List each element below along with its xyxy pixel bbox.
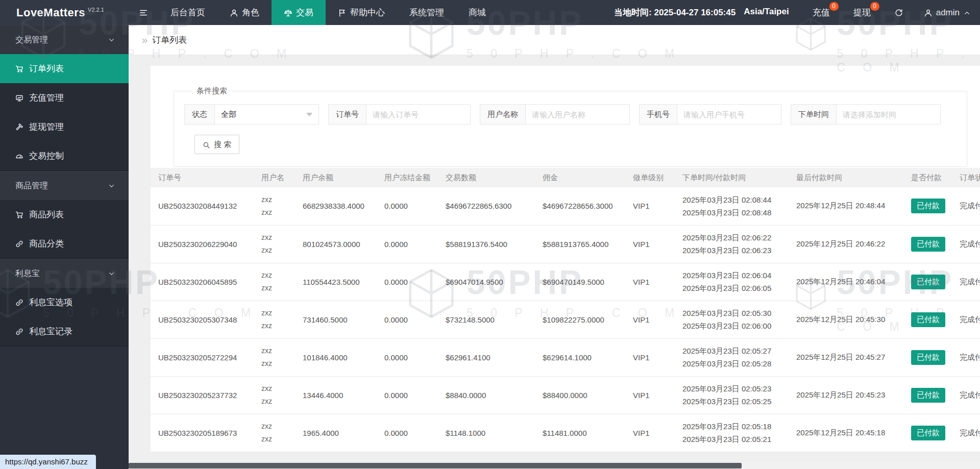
sidebar-item-label: 利息宝记录 (29, 326, 72, 337)
search-icon (203, 140, 210, 149)
sidebar-item-订单列表[interactable]: 订单列表 (0, 54, 129, 83)
column-header: 订单状态 (952, 168, 980, 187)
sidebar-group-label: 交易管理 (15, 35, 108, 45)
sidebar-group-items: 订单列表充值管理提现管理交易控制 (0, 54, 129, 171)
nav-item-商城[interactable]: 商城 (456, 0, 498, 25)
trade-amount-cell: $62961.4100 (438, 338, 535, 376)
last-pay-time-cell: 2025年12月25日 20:45:27 (789, 338, 903, 376)
username-cell: zxzzxz (254, 376, 295, 414)
sidebar-group-利息宝[interactable]: 利息宝 (0, 259, 129, 288)
trade-amount-cell: $8840.0000 (438, 376, 535, 414)
search-panel-legend: 条件搜索 (191, 86, 232, 96)
trade-amount-cell: $4696722865.6300 (438, 187, 535, 225)
scales-icon (284, 8, 292, 18)
nav-item-系统管理[interactable]: 系统管理 (397, 0, 456, 25)
person-icon (230, 8, 238, 18)
nav-item-label: 商城 (469, 7, 486, 18)
username-field-label: 用户名称 (480, 104, 525, 125)
sidebar-collapse-button[interactable] (129, 0, 158, 25)
app-title: LoveMatters (16, 6, 85, 19)
recharge-count-badge: 0 (829, 2, 839, 11)
sidebar-item-交易控制[interactable]: 交易控制 (0, 141, 129, 170)
search-button[interactable]: 搜 索 (194, 135, 239, 154)
app-version: V2.2.1 (88, 7, 104, 13)
order-status-cell: 完成付款 (952, 301, 980, 338)
sidebar-group-交易管理[interactable]: 交易管理 (0, 25, 129, 54)
nav-item-角色[interactable]: 角色 (217, 0, 272, 25)
phone-input[interactable] (677, 104, 781, 125)
order-pay-time-cell: 2025年03月23日 02:05:182025年03月23日 02:05:21 (675, 414, 789, 452)
level-cell: VIP1 (625, 225, 675, 263)
paid-badge: 已付款 (911, 275, 945, 289)
link-icon (15, 327, 23, 337)
sidebar-item-利息宝记录[interactable]: 利息宝记录 (0, 317, 129, 346)
balance-cell: 110554423.5000 (295, 263, 377, 301)
last-pay-time-cell: 2025年12月25日 20:45:23 (789, 376, 903, 414)
sidebar-item-label: 商品分类 (29, 238, 64, 250)
sidebar-item-利息宝选项[interactable]: 利息宝选项 (0, 288, 129, 317)
last-pay-time-cell: 2025年12月25日 20:45:18 (789, 414, 903, 452)
order-no-input[interactable] (366, 104, 471, 125)
column-header: 最后付款时间 (789, 168, 903, 187)
sidebar-item-商品分类[interactable]: 商品分类 (0, 229, 129, 258)
paid-badge: 已付款 (911, 312, 945, 327)
order-no-cell: UB2503230205307348 (151, 301, 254, 338)
paid-status-cell: 已付款 (903, 225, 952, 263)
recharge-nav-button[interactable]: 充值 0 (813, 7, 830, 18)
table-header-row: 订单号用户名用户余额用户冻结金额交易数额佣金做单级别下单时间/付款时间最后付款时… (151, 168, 980, 187)
username-cell: zxzzxz (254, 301, 295, 338)
breadcrumb-separator-icon: » (142, 34, 148, 46)
search-button-row: 搜 索 (184, 125, 957, 166)
status-select[interactable]: 全部 (214, 104, 319, 125)
sidebar-group-商品管理[interactable]: 商品管理 (0, 171, 129, 200)
frozen-amount-cell: 0.0000 (377, 338, 438, 376)
page-title: 订单列表 (152, 34, 187, 46)
nav-item-帮助中心[interactable]: 帮助中心 (326, 0, 397, 25)
sidebar-item-label: 充值管理 (29, 92, 64, 104)
status-bar-link: https://qd.yanshi67.buzz (0, 455, 96, 469)
status-field: 状态 全部 (184, 104, 319, 125)
table-row: UB2503230208449132zxzzxz6682938338.40000… (151, 187, 980, 225)
column-header: 用户名 (254, 168, 295, 187)
sidebar-item-商品列表[interactable]: 商品列表 (0, 200, 129, 229)
sidebar-item-label: 利息宝选项 (29, 297, 72, 308)
sidebar-item-label: 商品列表 (29, 209, 64, 220)
user-menu[interactable]: admin (924, 8, 971, 18)
column-header: 下单时间/付款时间 (675, 168, 789, 187)
commission-cell: $690470149.5000 (535, 263, 625, 301)
table-row: UB2503230206045895zxzzxz110554423.50000.… (151, 263, 980, 301)
frozen-amount-cell: 0.0000 (377, 301, 438, 338)
withdraw-nav-button[interactable]: 提现 0 (853, 7, 871, 18)
order-pay-time-cell: 2025年03月23日 02:05:232025年03月23日 02:05:25 (675, 376, 789, 414)
paid-badge: 已付款 (911, 237, 945, 252)
navbar-right: 当地时间: 2025-04-27 16:05:45 Asia/Taipei 充值… (614, 0, 980, 25)
top-nav-menu: 后台首页角色交易帮助中心系统管理商城 (158, 0, 498, 25)
trade-amount-cell: $69047014.9500 (438, 263, 535, 301)
phone-field: 手机号 (639, 104, 781, 125)
level-cell: VIP1 (625, 263, 675, 301)
nav-item-label: 交易 (296, 7, 313, 18)
balance-cell: 13446.4000 (295, 376, 377, 414)
username-input[interactable] (525, 104, 630, 125)
level-cell: VIP1 (625, 187, 675, 225)
sidebar-item-充值管理[interactable]: 充值管理 (0, 83, 129, 112)
column-header: 做单级别 (625, 168, 675, 187)
sidebar-group-label: 利息宝 (15, 268, 108, 279)
paid-status-cell: 已付款 (903, 414, 952, 452)
order-time-input[interactable] (836, 104, 941, 125)
timezone-label: Asia/Taipei (744, 7, 789, 18)
chevron-down-icon (108, 35, 115, 44)
horizontal-scrollbar-thumb[interactable] (129, 463, 742, 468)
balance-cell: 731460.5000 (295, 301, 377, 338)
order-time-field: 下单时间 (791, 104, 941, 125)
column-header: 用户余额 (295, 168, 377, 187)
sidebar-item-提现管理[interactable]: 提现管理 (0, 112, 129, 141)
level-cell: VIP1 (625, 376, 675, 414)
local-time: 当地时间: 2025-04-27 16:05:45 Asia/Taipei (614, 7, 789, 18)
nav-item-后台首页[interactable]: 后台首页 (158, 0, 217, 25)
hamburger-icon (139, 8, 148, 17)
order-status-cell: 完成付款 (952, 414, 980, 452)
nav-item-交易[interactable]: 交易 (272, 0, 326, 25)
refresh-button[interactable] (894, 8, 903, 17)
paid-status-cell: 已付款 (903, 263, 952, 301)
